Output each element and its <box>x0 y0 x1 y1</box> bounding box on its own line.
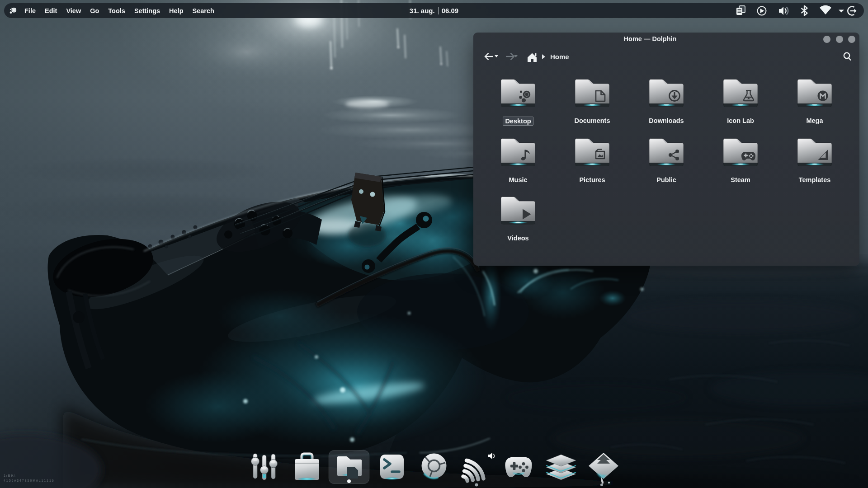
svg-text:4 1 5 5 A 3 4 7 8 5 0 M A L 1: 4 1 5 5 A 3 4 7 8 5 0 M A L 1 1 1 1 6 <box>4 479 54 482</box>
svg-text:Home: Home <box>550 53 569 61</box>
svg-text:1 / B 9 /.: 1 / B 9 /. <box>4 474 15 477</box>
